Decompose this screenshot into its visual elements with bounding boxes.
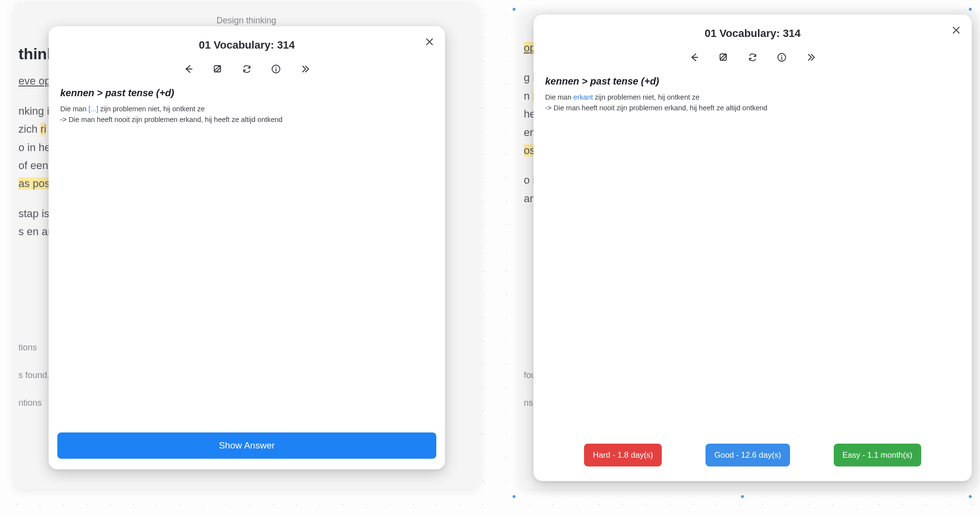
edit-icon: [213, 64, 223, 74]
selection-handle[interactable]: [513, 495, 516, 498]
rate-hard-button[interactable]: Hard - 1.8 day(s): [584, 444, 662, 466]
chevrons-right-icon: [300, 64, 310, 74]
info-button[interactable]: [770, 49, 793, 66]
flashcard-modal-answer: 01 Vocabulary: 314 kennen > past ten: [533, 15, 972, 481]
back-button[interactable]: [177, 60, 200, 78]
edit-button[interactable]: [206, 60, 229, 78]
selection-handle[interactable]: [513, 8, 516, 11]
edit-button[interactable]: [712, 49, 735, 66]
flashcard-content: kennen > past tense (+d) Die man erkant …: [533, 73, 972, 430]
back-button[interactable]: [683, 49, 706, 66]
note-tab-title: Design thinking: [14, 16, 479, 26]
modal-header: 01 Vocabulary: 314: [533, 15, 972, 45]
modal-toolbar: [49, 56, 445, 85]
selection-handle[interactable]: [969, 8, 972, 11]
refresh-button[interactable]: [741, 49, 764, 66]
info-icon: [271, 64, 281, 74]
modal-header: 01 Vocabulary: 314: [49, 26, 445, 56]
close-icon: [952, 26, 960, 34]
info-button[interactable]: [264, 60, 288, 78]
chevrons-right-icon: [806, 52, 816, 62]
forward-button[interactable]: [293, 60, 317, 78]
flashcard-body: Die man [...] zijn problemen niet, hij o…: [60, 103, 433, 125]
rate-easy-button[interactable]: Easy - 1.1 month(s): [834, 444, 921, 466]
info-icon: [777, 52, 787, 62]
modal-footer: Show Answer: [49, 424, 445, 469]
cloze-placeholder: [...]: [88, 105, 98, 113]
refresh-button[interactable]: [235, 60, 258, 78]
rating-buttons: Hard - 1.8 day(s) Good - 12.6 day(s) Eas…: [542, 439, 963, 470]
svg-point-2: [275, 67, 276, 68]
svg-point-5: [781, 55, 782, 56]
modal-toolbar: [533, 45, 972, 73]
modal-title: 01 Vocabulary: 314: [58, 39, 435, 52]
flashcard-body: Die man erkant zijn problemen niet, hij …: [545, 92, 960, 114]
selection-handle[interactable]: [969, 495, 972, 498]
arrow-left-icon: [689, 52, 699, 62]
close-button[interactable]: [950, 24, 962, 36]
selection-handle[interactable]: [741, 495, 744, 498]
right-panel-group: oplo g is n ri het en p oss o is an 0 fo…: [505, 0, 980, 505]
modal-footer: Hard - 1.8 day(s) Good - 12.6 day(s) Eas…: [533, 430, 972, 481]
left-panel-group: Design thinking thinki eve oplo nking is…: [0, 0, 486, 505]
flashcard-content: kennen > past tense (+d) Die man [...] z…: [49, 85, 445, 424]
refresh-icon: [748, 52, 757, 62]
close-icon: [426, 38, 433, 46]
modal-title: 01 Vocabulary: 314: [543, 27, 962, 40]
flashcard-prompt: kennen > past tense (+d): [60, 87, 433, 99]
refresh-icon: [242, 64, 252, 74]
show-answer-button[interactable]: Show Answer: [57, 432, 436, 459]
flashcard-prompt: kennen > past tense (+d): [545, 76, 960, 87]
edit-icon: [719, 52, 728, 62]
close-button[interactable]: [424, 36, 435, 48]
cloze-answer: erkant: [573, 93, 593, 101]
forward-button[interactable]: [799, 49, 823, 66]
arrow-left-icon: [184, 64, 193, 74]
flashcard-modal-question: 01 Vocabulary: 314 kennen > past ten: [49, 26, 445, 469]
rate-good-button[interactable]: Good - 12.6 day(s): [705, 444, 790, 466]
